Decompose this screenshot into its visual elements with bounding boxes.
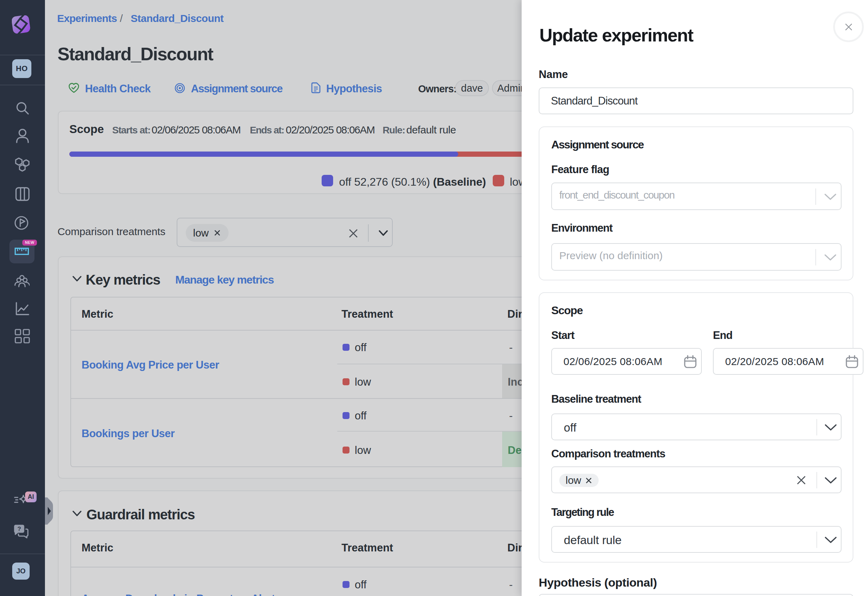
svg-text:?: ? [18,526,21,532]
